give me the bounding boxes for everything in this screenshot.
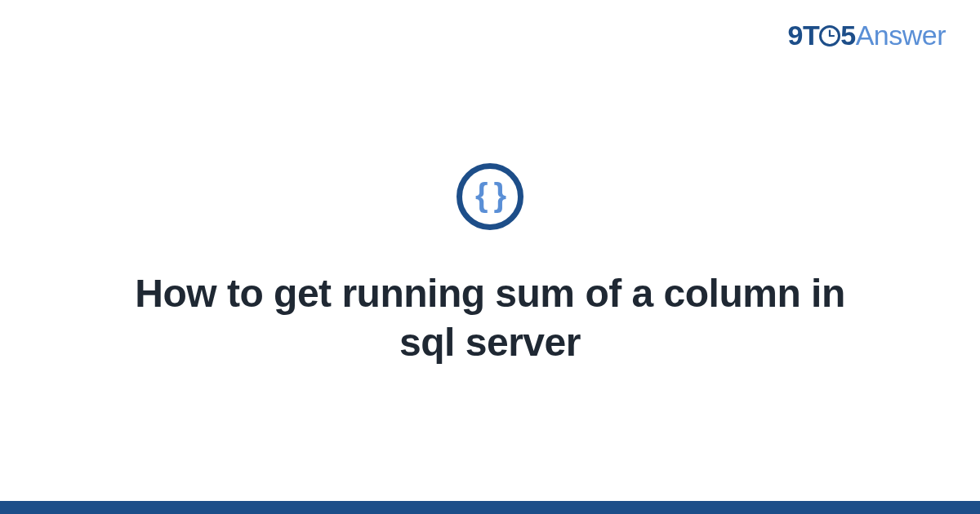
code-braces-icon: { } — [475, 179, 505, 211]
question-title: How to get running sum of a column in sq… — [131, 269, 849, 367]
footer-bar — [0, 501, 980, 514]
main-content: { } How to get running sum of a column i… — [0, 0, 980, 514]
category-icon-circle: { } — [457, 163, 523, 230]
